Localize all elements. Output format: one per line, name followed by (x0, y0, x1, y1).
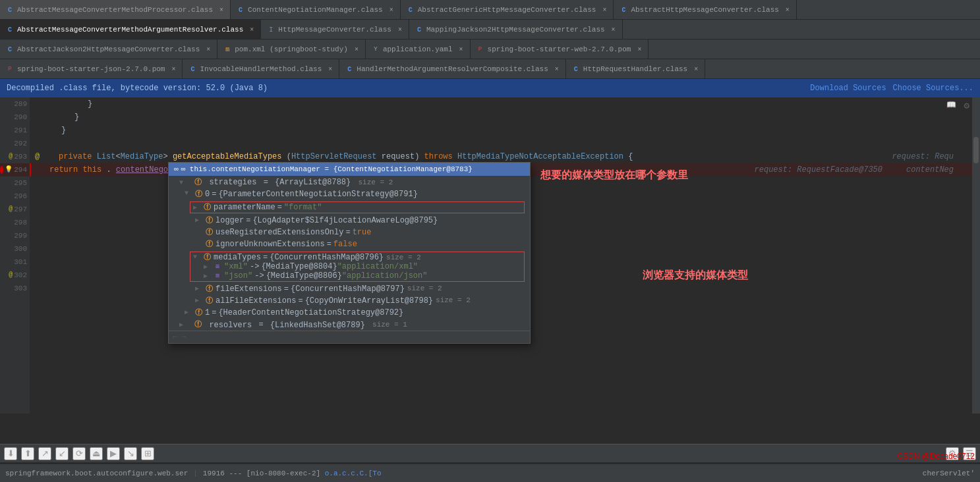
tab-MappingJackson2HttpMessageConverter[interactable]: C MappingJackson2HttpMessageConverter.cl… (409, 20, 623, 40)
class-icon: C (5, 25, 14, 34)
debug-row-parameterName[interactable]: ▶ ⓕ parameterName = "format" (190, 201, 525, 213)
line-303: 303 (0, 282, 30, 295)
debug-popup-header: ∞ ∞ this.contentNegotiationManager = {Co… (169, 163, 530, 176)
status-package: springframework.boot.autoconfigure.web.s… (5, 469, 188, 477)
tab-ContentNegotiationManager[interactable]: C ContentNegotiationManager.class × (231, 0, 401, 20)
tab-AbstractMessageConverterMethodProcessor[interactable]: C AbstractMessageConverterMethodProcesso… (0, 0, 231, 20)
tab-AbstractJackson2HttpMessageConverter[interactable]: C AbstractJackson2HttpMessageConverter.c… (0, 40, 217, 59)
debug-row-1[interactable]: ▶ ⓕ 1 = {HeaderContentNegotiationStrateg… (169, 307, 530, 319)
debug-row-xml[interactable]: ▶ ≡ "xml" -> {MediaType@8804} "applicati… (193, 262, 521, 271)
tab-HttpRequestHandler[interactable]: C HttpRequestHandler.class × (566, 59, 705, 79)
debug-row-useRegistered[interactable]: ⓕ useRegisteredExtensionsOnly = true (169, 227, 530, 238)
tab-close[interactable]: × (636, 45, 643, 54)
line-extra-1 (0, 295, 30, 308)
class-icon: C (619, 5, 628, 14)
line-extra-3 (0, 321, 30, 335)
debug-row-logger[interactable]: ▶ ⓕ logger = {LogAdapter$Slf4jLocationAw… (169, 215, 530, 227)
debug-row-json[interactable]: ▶ ≡ "json" -> {MediaType@8806} "applicat… (193, 271, 521, 281)
tab-close[interactable]: × (610, 26, 617, 34)
line-292: 292 (0, 137, 30, 150)
debug-row-ignoreUnknown[interactable]: ⓕ ignoreUnknownExtensions = false (169, 238, 530, 250)
debug-row-resolvers[interactable]: ▶ ⓕ resolvers = {LinkedHashSet@8789} siz… (169, 319, 530, 331)
tab-close[interactable]: × (458, 45, 465, 54)
hash-icon: ≡ (213, 271, 222, 281)
line-number-gutter: 289 290 291 292 @ 293 💡 294 295 296 @ 29… (0, 97, 30, 414)
tab-InvocableHandlerMethod[interactable]: C InvocableHandlerMethod.class × (183, 59, 339, 79)
tab-AbstractMessageConverterMethodArgumentResolver[interactable]: C AbstractMessageConverterMethodArgument… (0, 20, 261, 40)
debug-popup: ∞ ∞ this.contentNegotiationManager = {Co… (168, 162, 531, 344)
book-icon[interactable]: 📖 (946, 100, 956, 110)
tab-close[interactable]: × (248, 26, 255, 34)
settings-icon[interactable]: ⚙ (964, 100, 969, 111)
debug-toolbar: ⬇ ⬆ ↗ ↙ ⟳ ⏏ ▶ ↘ ⊞ ⚙ ☰ (0, 444, 980, 462)
vertical-scrollbar[interactable] (972, 97, 980, 414)
line-extra-6 (0, 361, 30, 374)
tab-close[interactable]: × (170, 65, 177, 74)
code-content: } } } @ private List<MediaType> getAccep… (30, 97, 980, 414)
pom-icon: P (5, 65, 14, 74)
nav-prev[interactable]: ← (173, 333, 177, 342)
annotation-mediaTypes: 浏览器支持的媒体类型 (643, 269, 748, 282)
download-sources-link[interactable]: Download Sources (810, 84, 886, 93)
tab-application-yaml[interactable]: Y application.yaml × (366, 40, 471, 59)
debug-popup-title: ∞ this.contentNegotiationManager = {Cont… (181, 165, 473, 173)
yaml-icon: Y (371, 45, 380, 54)
class-icon: C (236, 5, 245, 14)
code-line-292 (30, 137, 980, 150)
tab-AbstractGenericHttpMessageConverter[interactable]: C AbstractGenericHttpMessageConverter.cl… (401, 0, 614, 20)
tab-close[interactable]: × (693, 65, 699, 74)
tab-row-2: C AbstractMessageConverterMethodArgument… (0, 20, 980, 40)
class-icon: C (406, 5, 415, 14)
tab-HandlerMethodArgumentResolverComposite[interactable]: C HandlerMethodArgumentResolverComposite… (339, 59, 565, 79)
scrollbar-thumb[interactable] (973, 137, 979, 163)
debug-step-down[interactable]: ⬇ (4, 447, 17, 460)
field-icon: ⓕ (194, 308, 203, 317)
class-icon: C (415, 25, 424, 34)
tab-close[interactable]: × (218, 6, 225, 14)
tab-close[interactable]: × (353, 45, 360, 54)
choose-sources-link[interactable]: Choose Sources... (893, 84, 973, 93)
debug-reset[interactable]: ⟳ (72, 447, 86, 460)
tab-close[interactable]: × (327, 65, 333, 74)
line-289: 289 (0, 97, 30, 111)
tab-HttpMessageConverter[interactable]: I HttpMessageConverter.class × (261, 20, 409, 40)
debug-arrow-right-down[interactable]: ↘ (124, 447, 137, 460)
line-297: @ 297 (0, 203, 30, 216)
line-299: 299 (0, 229, 30, 242)
debug-row-fileExtensions[interactable]: ▶ ⓕ fileExtensions = {ConcurrentHashMap@… (169, 283, 530, 295)
line-extra-2 (0, 308, 30, 321)
interface-icon: I (266, 25, 275, 34)
debug-eject[interactable]: ⏏ (90, 447, 103, 460)
line-294: 💡 294 (0, 163, 30, 176)
tab-AbstractHttpMessageConverter[interactable]: C AbstractHttpMessageConverter.class × (614, 0, 796, 20)
tab-close[interactable]: × (205, 45, 212, 54)
annotation-parameterName: 想要的媒体类型放在哪个参数里 (540, 169, 688, 182)
debug-step-left[interactable]: ↙ (55, 447, 69, 460)
tab-close[interactable]: × (554, 65, 560, 74)
nav-next[interactable]: → (181, 333, 186, 342)
debug-step-right[interactable]: ↗ (38, 447, 51, 460)
status-bar: springframework.boot.autoconfigure.web.s… (0, 464, 980, 482)
status-separator: | (193, 469, 198, 477)
tab-row-1: C AbstractMessageConverterMethodProcesso… (0, 0, 980, 20)
tab-close[interactable]: × (397, 26, 403, 34)
debug-row-0[interactable]: ▼ ⓕ 0 = {ParameterContentNegotiationStra… (169, 188, 530, 200)
tab-pom-xml[interactable]: m pom.xml (springboot-study) × (217, 40, 366, 59)
tab-close[interactable]: × (784, 6, 791, 14)
class-icon: C (571, 65, 581, 74)
tab-close[interactable]: × (601, 6, 608, 14)
debug-play[interactable]: ▶ (107, 447, 120, 460)
debug-step-up[interactable]: ⬆ (21, 447, 34, 460)
debug-grid[interactable]: ⊞ (141, 447, 154, 460)
field-icon: ⓕ (193, 177, 202, 186)
debug-row-strategies[interactable]: ▼ ⓕ strategies = {ArrayList@8788} size =… (169, 176, 530, 188)
field-icon: ⓕ (204, 296, 214, 306)
line-302: @ 302 (0, 269, 30, 282)
debug-row-allFileExtensions[interactable]: ▶ ⓕ allFileExtensions = {CopyOnWriteArra… (169, 295, 530, 307)
line-290: 290 (0, 111, 30, 124)
tab-spring-boot-starter-json-pom[interactable]: P spring-boot-starter-json-2.7.0.pom × (0, 59, 183, 79)
code-line-291: } (30, 124, 980, 137)
debug-row-mediaTypes[interactable]: ▼ ⓕ mediaTypes = {ConcurrentHashMap@8796… (193, 253, 521, 262)
tab-spring-boot-starter-web-pom[interactable]: P spring-boot-starter-web-2.7.0.pom × (471, 40, 649, 59)
tab-close[interactable]: × (388, 6, 395, 14)
